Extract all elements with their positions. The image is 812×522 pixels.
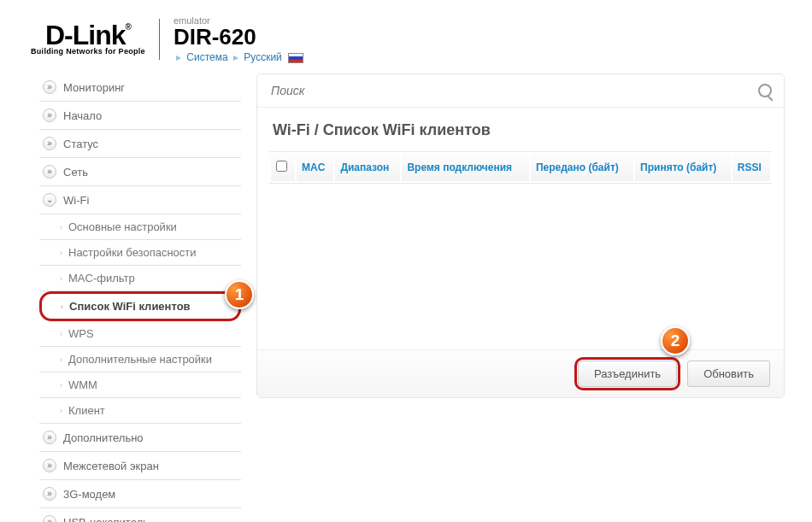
sidebar-sub-client[interactable]: ›Клиент	[39, 398, 241, 424]
sidebar-sub-advanced[interactable]: ›Дополнительные настройки	[39, 347, 241, 372]
main-panel: Wi-Fi / Список WiFi клиентов MAC Диапазо…	[256, 73, 785, 398]
breadcrumb-system[interactable]: Система	[186, 51, 227, 63]
divider	[159, 19, 160, 60]
annotation-badge-1: 1	[225, 280, 254, 309]
sidebar-item-usb[interactable]: »USB-накопитель	[39, 508, 241, 522]
col-band[interactable]: Диапазон	[335, 154, 400, 181]
sidebar-sub-clientlist[interactable]: › Список WiFi клиентов 1	[39, 291, 241, 321]
expand-icon: »	[43, 137, 56, 150]
chevron-right-icon: ›	[60, 407, 62, 415]
chevron-right-icon: ▸	[233, 51, 238, 63]
sidebar-item-network[interactable]: »Сеть	[39, 158, 241, 186]
expand-icon: »	[43, 515, 56, 522]
sidebar-sub-wmm[interactable]: ›WMM	[39, 372, 241, 398]
expand-icon: »	[43, 165, 56, 179]
sidebar-item-start[interactable]: »Начало	[39, 102, 241, 130]
col-tx[interactable]: Передано (байт)	[531, 154, 633, 181]
col-rx[interactable]: Принято (байт)	[635, 154, 731, 181]
model-name: DIR-620	[174, 26, 303, 48]
search-bar	[257, 74, 784, 108]
brand-name: D-Link®	[45, 23, 131, 48]
disconnect-button[interactable]: Разъединить	[578, 361, 677, 387]
refresh-button[interactable]: Обновить	[687, 361, 770, 387]
col-mac[interactable]: MAC	[297, 154, 333, 181]
select-all-checkbox[interactable]	[276, 161, 287, 172]
expand-icon: »	[43, 431, 56, 444]
col-rssi[interactable]: RSSI	[733, 154, 770, 181]
brand-tagline: Building Networks for People	[31, 47, 145, 56]
clients-table: MAC Диапазон Время подключения Передано …	[269, 151, 772, 184]
sidebar-sub-macfilter[interactable]: ›MAC-фильтр	[39, 266, 241, 291]
footer-buttons: Разъединить Обновить 2	[257, 349, 784, 397]
sidebar-item-status[interactable]: »Статус	[39, 130, 241, 158]
expand-icon: »	[43, 459, 56, 472]
sidebar-item-wifi[interactable]: ⌄Wi-Fi	[39, 186, 241, 214]
flag-ru-icon	[288, 53, 303, 63]
chevron-right-icon: ›	[60, 249, 62, 257]
brand-logo: D-Link® Building Networks for People	[31, 23, 145, 56]
sidebar: »Мониторинг »Начало »Статус »Сеть ⌄Wi-Fi…	[39, 73, 241, 522]
col-conntime[interactable]: Время подключения	[402, 154, 529, 181]
search-input[interactable]	[269, 83, 758, 98]
search-icon[interactable]	[758, 84, 772, 97]
breadcrumb-language[interactable]: Русский	[244, 51, 282, 63]
page-title: Wi-Fi / Список WiFi клиентов	[257, 108, 784, 151]
annotation-badge-2: 2	[661, 326, 690, 355]
chevron-right-icon: ›	[60, 381, 62, 390]
expand-icon: »	[43, 80, 56, 94]
expand-icon: »	[43, 109, 56, 122]
sidebar-sub-basic[interactable]: ›Основные настройки	[39, 214, 241, 240]
sidebar-item-additional[interactable]: »Дополнительно	[39, 424, 241, 452]
model-block: emulator DIR-620 ▸ Система ▸ Русский	[174, 15, 303, 63]
chevron-right-icon: ›	[60, 274, 62, 283]
chevron-right-icon: ›	[60, 355, 62, 364]
sidebar-sub-security[interactable]: ›Настройки безопасности	[39, 240, 241, 266]
header: D-Link® Building Networks for People emu…	[0, 0, 812, 73]
breadcrumb: ▸ Система ▸ Русский	[174, 51, 303, 63]
sidebar-item-firewall[interactable]: »Межсетевой экран	[39, 452, 241, 480]
chevron-right-icon: ›	[60, 330, 62, 338]
sidebar-sub-wps[interactable]: ›WPS	[39, 321, 241, 347]
chevron-right-icon: ›	[60, 223, 62, 232]
table-header-row: MAC Диапазон Время подключения Передано …	[271, 154, 770, 181]
chevron-right-icon: ›	[61, 302, 63, 311]
collapse-icon: ⌄	[43, 193, 56, 207]
expand-icon: »	[43, 487, 56, 501]
chevron-right-icon: ▸	[176, 51, 181, 63]
sidebar-item-monitoring[interactable]: »Мониторинг	[39, 73, 241, 102]
sidebar-item-3gmodem[interactable]: »3G-модем	[39, 480, 241, 508]
